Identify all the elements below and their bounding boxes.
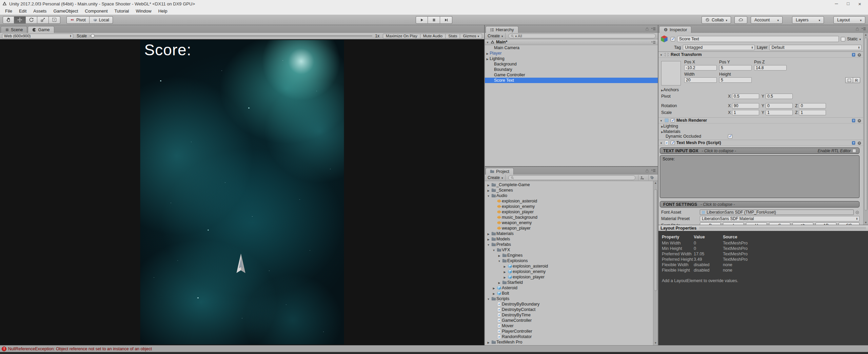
disclosure-open-icon[interactable] xyxy=(486,40,489,44)
project-item[interactable]: explosion_asteroid xyxy=(485,263,658,269)
hierarchy-item-game-controller[interactable]: Game Controller xyxy=(485,72,658,78)
step-button[interactable] xyxy=(440,16,452,24)
project-item[interactable]: Audio xyxy=(485,193,658,198)
mesh-renderer-header[interactable]: Mesh Renderer xyxy=(658,117,863,123)
disclosure-open-icon[interactable] xyxy=(486,296,491,301)
hand-tool-button[interactable] xyxy=(3,16,14,24)
panel-menu-icon[interactable] xyxy=(861,26,866,31)
project-item[interactable]: Mover xyxy=(485,323,658,329)
font-asset-field[interactable]: LiberationSans SDF (TMP_FontAsset) xyxy=(700,210,854,215)
rotate-tool-button[interactable] xyxy=(26,16,37,24)
project-search-input[interactable] xyxy=(508,175,635,180)
raw-edit-mode-button[interactable]: R xyxy=(853,77,860,83)
menu-file[interactable]: File xyxy=(2,8,15,14)
scale-tool-button[interactable] xyxy=(37,16,49,24)
disclosure-closed-icon[interactable] xyxy=(502,264,507,269)
tab-hierarchy[interactable]: Hierarchy xyxy=(486,26,518,33)
project-item[interactable]: Starfield xyxy=(485,280,658,285)
disclosure-closed-icon[interactable] xyxy=(492,291,496,296)
text-input-box-band[interactable]: TEXT INPUT BOX - Click to collapse - Ena… xyxy=(660,148,860,154)
scroll-down-icon[interactable]: ▼ xyxy=(865,221,867,225)
object-picker-icon[interactable] xyxy=(855,210,860,215)
tab-game[interactable]: Game xyxy=(28,26,54,33)
disclosure-closed-icon[interactable] xyxy=(486,340,491,345)
project-item[interactable]: explosion_enemy xyxy=(485,204,658,209)
scrollbar-thumb[interactable] xyxy=(864,38,868,211)
static-toggle[interactable]: Static xyxy=(841,37,862,41)
disclosure-open-icon[interactable] xyxy=(492,248,496,252)
gizmos-dropdown[interactable]: Gizmos xyxy=(460,34,482,39)
hierarchy-item-boundary[interactable]: Boundary xyxy=(485,67,658,72)
lock-icon[interactable] xyxy=(645,169,649,173)
project-item[interactable]: Models xyxy=(485,236,658,242)
disclosure-closed-icon[interactable] xyxy=(485,56,490,61)
disclosure-open-icon[interactable] xyxy=(486,242,491,247)
project-item[interactable]: DestroybyContact xyxy=(485,307,658,312)
lock-icon[interactable] xyxy=(855,27,860,31)
pivot-y-field[interactable]: 0.5 xyxy=(766,94,793,99)
anchor-preview-widget[interactable] xyxy=(661,61,681,85)
project-item[interactable]: explosion_player xyxy=(485,274,658,280)
menu-component[interactable]: Component xyxy=(82,8,111,14)
help-book-icon[interactable] xyxy=(851,53,856,57)
disclosure-open-icon[interactable] xyxy=(660,118,663,123)
layer-dropdown[interactable]: Default xyxy=(769,45,862,50)
project-item[interactable]: VFX xyxy=(485,247,658,253)
materials-foldout[interactable]: Materials xyxy=(658,129,863,134)
project-item[interactable]: Materials xyxy=(485,231,658,236)
hierarchy-item-lighting[interactable]: Lighting xyxy=(485,56,658,61)
pos-y-field[interactable]: 5 xyxy=(719,65,752,71)
scale-x-field[interactable]: 1 xyxy=(732,110,759,115)
hierarchy-create-button[interactable]: Create xyxy=(487,33,506,39)
menu-help[interactable]: Help xyxy=(155,8,171,14)
disclosure-closed-icon[interactable] xyxy=(485,51,490,56)
menu-window[interactable]: Window xyxy=(133,8,154,14)
project-item[interactable]: TextMesh Pro xyxy=(485,339,658,345)
hierarchy-item-main-camera[interactable]: Main Camera xyxy=(485,45,658,51)
project-scrollbar[interactable]: ▲ ▼ xyxy=(653,181,658,345)
dynamic-occluded-checkbox[interactable] xyxy=(728,134,732,139)
search-by-type-button[interactable] xyxy=(638,175,646,180)
font-settings-band[interactable]: FONT SETTINGS - Click to collapse - xyxy=(660,201,860,208)
disclosure-closed-icon[interactable] xyxy=(502,269,507,274)
project-item[interactable]: Bolt xyxy=(485,291,658,296)
pivot-toggle-button[interactable]: Pivot xyxy=(66,16,90,24)
account-dropdown[interactable]: Account xyxy=(751,16,783,24)
menu-tutorial[interactable]: Tutorial xyxy=(112,8,132,14)
hierarchy-item-player[interactable]: Player xyxy=(485,51,658,56)
hierarchy-item-background[interactable]: Background xyxy=(485,61,658,67)
layout-properties-titlebar[interactable]: Layout Properties xyxy=(658,225,868,231)
tag-dropdown[interactable]: Untagged xyxy=(683,45,755,50)
cloud-button[interactable] xyxy=(734,16,747,24)
disclosure-closed-icon[interactable] xyxy=(502,275,507,279)
close-button[interactable] xyxy=(858,1,861,7)
disclosure-open-icon[interactable] xyxy=(486,193,491,198)
tmp-text-input[interactable]: Score: xyxy=(660,155,860,198)
project-item[interactable]: Engines xyxy=(485,253,658,258)
project-item[interactable]: RandomRotator xyxy=(485,334,658,339)
project-create-button[interactable]: Create xyxy=(487,175,506,181)
minimize-button[interactable] xyxy=(835,1,838,7)
panel-menu-icon[interactable] xyxy=(651,168,656,173)
rotation-y-field[interactable]: 0 xyxy=(766,103,793,109)
height-field[interactable]: 5 xyxy=(719,77,752,83)
panel-menu-icon[interactable] xyxy=(651,26,656,31)
pivot-x-field[interactable]: 0.5 xyxy=(732,94,759,99)
hierarchy-item-score-text[interactable]: Score Text xyxy=(485,78,658,83)
local-toggle-button[interactable]: Local xyxy=(90,16,113,24)
layout-dropdown[interactable]: Layout xyxy=(833,16,865,24)
disclosure-closed-icon[interactable] xyxy=(497,253,501,258)
gear-icon[interactable] xyxy=(857,53,862,57)
search-by-label-button[interactable] xyxy=(648,175,656,180)
scale-z-field[interactable]: 1 xyxy=(799,110,826,115)
scroll-down-icon[interactable]: ▼ xyxy=(654,341,657,345)
project-item[interactable]: Prefabs xyxy=(485,242,658,247)
rotation-x-field[interactable]: 90 xyxy=(732,103,759,109)
blueprint-mode-button[interactable] xyxy=(845,77,853,83)
menu-gameobject[interactable]: GameObject xyxy=(50,8,81,14)
maximize-button[interactable] xyxy=(847,1,849,7)
disclosure-closed-icon[interactable] xyxy=(492,286,496,290)
lighting-foldout[interactable]: Lighting xyxy=(658,123,863,129)
stats-button[interactable]: Stats xyxy=(446,34,460,39)
text-mesh-pro-header[interactable]: Text Mesh Pro (Script) xyxy=(658,140,863,146)
